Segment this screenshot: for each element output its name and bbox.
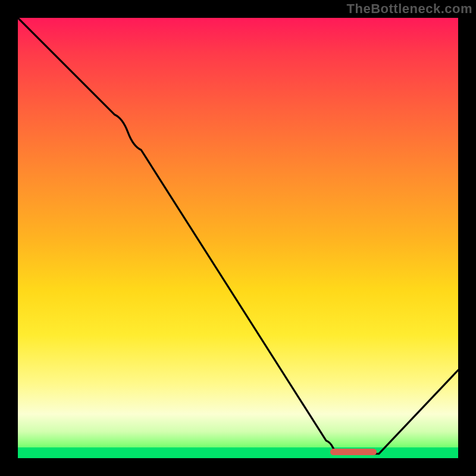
- bottleneck-curve: [18, 18, 458, 458]
- watermark-text: TheBottleneck.com: [347, 1, 472, 17]
- chart-frame: TheBottleneck.com: [0, 0, 476, 476]
- plot-area: [18, 18, 458, 458]
- optimal-marker: [330, 449, 377, 455]
